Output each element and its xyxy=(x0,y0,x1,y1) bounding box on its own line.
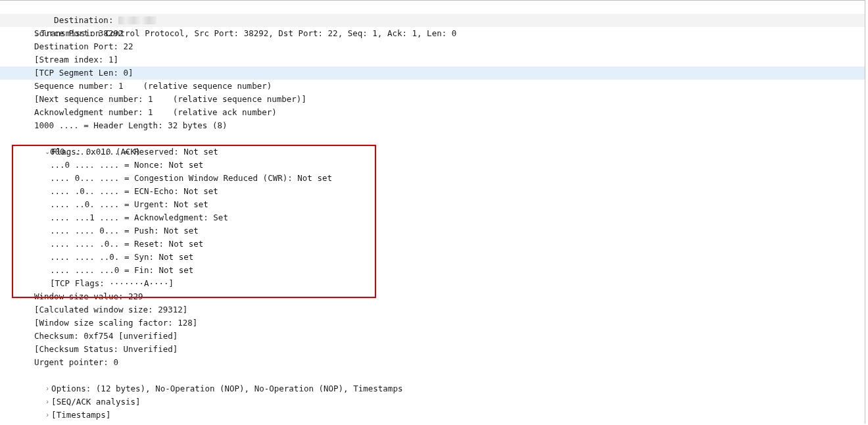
flag-reserved[interactable]: 000. .... .... = Reserved: Not set xyxy=(0,145,865,159)
destination-redacted xyxy=(118,16,157,24)
field-text: [Window size scaling factor: 128] xyxy=(34,318,197,328)
field-calc-window[interactable]: [Calculated window size: 29312] xyxy=(0,303,865,316)
field-text: Source Port: 38292 xyxy=(34,28,123,38)
collapse-caret-icon[interactable]: › xyxy=(43,409,51,422)
field-text: [SEQ/ACK analysis] xyxy=(51,397,140,407)
flag-ecn[interactable]: .... .0.. .... = ECN-Echo: Not set xyxy=(0,185,865,198)
field-text: .... .... ..0. = Syn: Not set xyxy=(50,252,193,262)
field-stream-index[interactable]: [Stream index: 1] xyxy=(0,53,865,66)
field-text: [Timestamps] xyxy=(51,410,110,420)
flag-ack[interactable]: .... ...1 .... = Acknowledgment: Set xyxy=(0,211,865,224)
field-text: .... .... 0... = Push: Not set xyxy=(50,226,199,236)
field-text: Destination Port: 22 xyxy=(34,41,133,51)
flag-fin[interactable]: .... .... ...0 = Fin: Not set xyxy=(0,264,865,277)
field-text: .... .... ...0 = Fin: Not set xyxy=(50,265,193,275)
field-header-length[interactable]: 1000 .... = Header Length: 32 bytes (8) xyxy=(0,119,865,132)
field-text: .... ..0. .... = Urgent: Not set xyxy=(50,199,208,209)
flag-nonce[interactable]: ...0 .... .... = Nonce: Not set xyxy=(0,159,865,172)
field-text: Window size value: 229 xyxy=(34,291,143,301)
flag-urg[interactable]: .... ..0. .... = Urgent: Not set xyxy=(0,198,865,211)
field-text: Urgent pointer: 0 xyxy=(34,357,118,367)
collapse-caret-icon[interactable]: › xyxy=(43,395,51,409)
packet-details-pane[interactable]: Destination: ⌄Transmission Control Proto… xyxy=(0,0,865,424)
field-checksum[interactable]: Checksum: 0xf754 [unverified] xyxy=(0,330,865,343)
flag-rst[interactable]: .... .... .0.. = Reset: Not set xyxy=(0,238,865,251)
field-next-sequence[interactable]: [Next sequence number: 1 (relative seque… xyxy=(0,93,865,106)
field-text: Checksum: 0xf754 [unverified] xyxy=(34,331,178,341)
field-options[interactable]: ›Options: (12 bytes), No-Operation (NOP)… xyxy=(0,369,865,382)
field-text: .... 0... .... = Congestion Window Reduc… xyxy=(50,173,332,183)
field-window-size[interactable]: Window size value: 229 xyxy=(0,290,865,303)
field-checksum-status[interactable]: [Checksum Status: Unverified] xyxy=(0,343,865,356)
field-text: .... .0.. .... = ECN-Echo: Not set xyxy=(50,186,218,196)
field-text: .... ...1 .... = Acknowledgment: Set xyxy=(50,213,228,222)
flag-syn[interactable]: .... .... ..0. = Syn: Not set xyxy=(0,251,865,264)
collapse-caret-icon[interactable]: › xyxy=(43,382,51,395)
field-text: 000. .... .... = Reserved: Not set xyxy=(50,147,218,157)
flags-header[interactable]: ⌄Flags: 0x010 (ACK) xyxy=(0,132,865,145)
field-text: [TCP Flags: ·······A····] xyxy=(50,278,174,288)
field-text: .... .... .0.. = Reset: Not set xyxy=(50,239,203,249)
field-text: 1000 .... = Header Length: 32 bytes (8) xyxy=(34,120,228,130)
field-urgent-pointer[interactable]: Urgent pointer: 0 xyxy=(0,356,865,369)
field-destination[interactable]: Destination: xyxy=(0,1,865,14)
field-text: ...0 .... .... = Nonce: Not set xyxy=(50,160,203,170)
field-text: [Checksum Status: Unverified] xyxy=(34,344,178,354)
field-text: Acknowledgment number: 1 (relative ack n… xyxy=(34,107,277,117)
field-text: [TCP Segment Len: 0] xyxy=(34,68,133,78)
flag-cwr[interactable]: .... 0... .... = Congestion Window Reduc… xyxy=(0,172,865,185)
field-text: Sequence number: 1 (relative sequence nu… xyxy=(34,81,272,91)
field-text: [Calculated window size: 29312] xyxy=(34,305,187,314)
field-destination-port[interactable]: Destination Port: 22 xyxy=(0,40,865,53)
field-ack-number[interactable]: Acknowledgment number: 1 (relative ack n… xyxy=(0,106,865,119)
flag-summary[interactable]: [TCP Flags: ·······A····] xyxy=(0,277,865,290)
field-text: Options: (12 bytes), No-Operation (NOP),… xyxy=(51,384,402,393)
flag-psh[interactable]: .... .... 0... = Push: Not set xyxy=(0,224,865,238)
field-text: [Next sequence number: 1 (relative seque… xyxy=(34,94,306,104)
field-segment-len[interactable]: [TCP Segment Len: 0] xyxy=(0,66,865,80)
field-window-scaling[interactable]: [Window size scaling factor: 128] xyxy=(0,316,865,330)
field-text: [Stream index: 1] xyxy=(34,55,118,64)
destination-label: Destination: xyxy=(54,15,118,25)
field-sequence-number[interactable]: Sequence number: 1 (relative sequence nu… xyxy=(0,80,865,93)
